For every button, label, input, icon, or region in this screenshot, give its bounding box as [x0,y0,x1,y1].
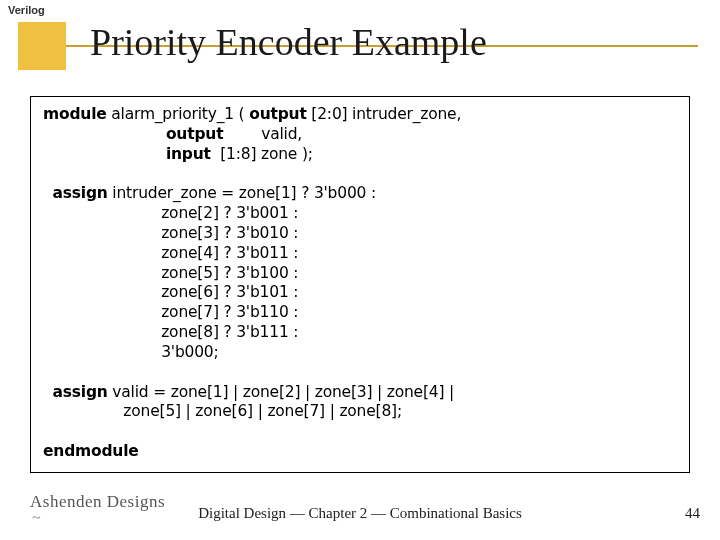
a1-pad-2 [43,204,161,222]
a2-l1: valid = zone[1] | zone[2] | zone[3] | zo… [108,383,454,401]
a1-pad-6 [43,283,161,301]
a1-l2: zone[2] ? 3'b001 : [161,204,298,222]
kw-module: module [43,105,107,123]
kw-input: input [166,145,211,163]
kw-assign-1: assign [52,184,107,202]
a1-l4: zone[4] ? 3'b011 : [161,244,298,262]
a1-l8: zone[8] ? 3'b111 : [161,323,298,341]
accent-square [18,22,66,70]
in-rest: [1:8] zone ); [211,145,313,163]
a1-pad-9 [43,343,161,361]
pad-out2 [43,125,166,143]
out2-rest: valid, [223,125,302,143]
code-block: module alarm_priority_1 ( output [2:0] i… [30,96,690,473]
a1-pad-5 [43,264,161,282]
kw-endmodule: endmodule [43,442,139,460]
a1-l7: zone[7] ? 3'b110 : [161,303,298,321]
a1-pad-7 [43,303,161,321]
a1-l9: 3'b000; [161,343,218,361]
a1-pad-4 [43,244,161,262]
kw-output-1: output [249,105,306,123]
kw-output-2: output [166,125,223,143]
a1-l6: zone[6] ? 3'b101 : [161,283,298,301]
a2-pad [43,402,123,420]
a2-l2: zone[5] | zone[6] | zone[7] | zone[8]; [123,402,402,420]
out1-rest: [2:0] intruder_zone, [307,105,462,123]
a1-pad-3 [43,224,161,242]
pad-in [43,145,166,163]
slide-title: Priority Encoder Example [90,20,487,64]
page-number: 44 [685,505,700,522]
footer-caption: Digital Design — Chapter 2 — Combination… [0,505,720,522]
corner-label: Verilog [8,4,45,16]
a1-head: intruder_zone = zone[1] ? 3'b000 : [108,184,376,202]
mod-name: alarm_priority_1 ( [107,105,250,123]
a1-l5: zone[5] ? 3'b100 : [161,264,298,282]
kw-assign-2: assign [52,383,107,401]
a1-l3: zone[3] ? 3'b010 : [161,224,298,242]
a1-pad-8 [43,323,161,341]
